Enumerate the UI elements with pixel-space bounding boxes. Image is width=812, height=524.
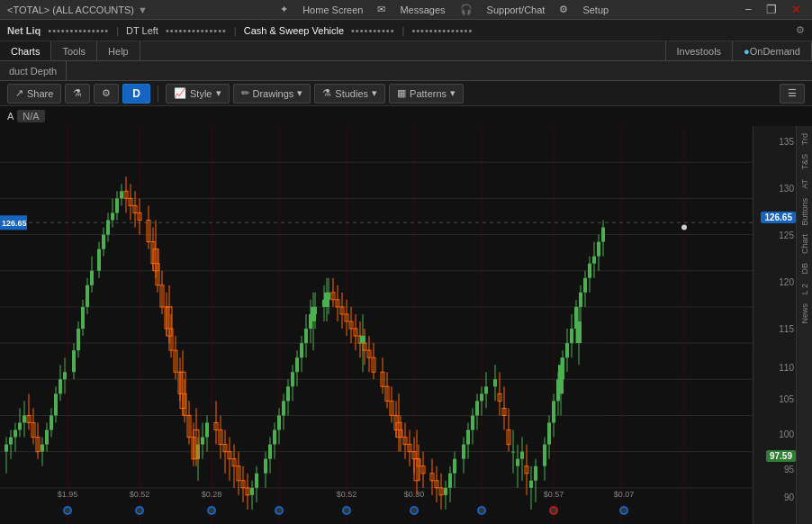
price-current: 126.65 [761,212,796,223]
title-bar-center: ✦ Home Screen ✉ Messages 🎧 Support/Chat … [280,4,609,15]
gear2-icon: ⚙ [102,87,111,99]
pencil-icon: ✏ [241,87,249,99]
home-icon: ✦ [280,4,288,15]
price-135: 135 [779,138,794,147]
gear-icon: ⚙ [559,4,568,15]
messages-icon: ✉ [377,4,385,15]
menu-button[interactable]: ☰ [780,84,805,104]
sub-tab-left: duct Depth [0,61,67,80]
tab-ondemand[interactable]: ● OnDemand [733,41,812,60]
restore-button[interactable]: ❐ [762,4,780,15]
title-bar-left: <TOTAL> (ALL ACCOUNTS) ▼ [7,5,148,15]
price-100: 100 [779,430,794,439]
style-button[interactable]: 📈 Style ▾ [166,84,229,104]
price-115: 115 [779,325,794,334]
price-95: 95 [784,465,794,474]
chevron-down-3-icon: ▾ [372,87,377,99]
sub-tab-bar: duct Depth [0,61,812,81]
price-120: 120 [779,278,794,287]
patterns-icon: ▦ [397,87,406,99]
cash-sweep-label[interactable]: Cash & Sweep Vehicle [244,25,344,36]
share-icon: ↗ [15,87,23,99]
settings-chart-button[interactable]: ⚙ [94,84,119,104]
share-button[interactable]: ↗ Share [7,84,61,104]
setup-label[interactable]: Setup [582,5,609,15]
sidebar-trd[interactable]: Trd [800,130,809,149]
window-controls: − ❐ ✕ [741,4,805,15]
price-110: 110 [779,364,794,373]
account-bar: Net Liq •••••••••••••• | DT Left •••••••… [0,20,812,41]
account-dots-3: •••••••••• [351,25,395,36]
tab-tools[interactable]: Tools [51,41,97,60]
sidebar-ts[interactable]: T&S [800,150,809,174]
symbol-label: A [7,111,14,122]
drawings-button[interactable]: ✏ Drawings ▾ [233,84,311,104]
chevron-down-2-icon: ▾ [297,87,302,99]
menu-tab-bar: Charts Tools Help Investools ● OnDemand [0,41,812,61]
support-chat-label[interactable]: Support/Chat [487,5,546,15]
chart-area[interactable] [0,126,753,524]
chevron-down-icon: ▾ [216,87,221,99]
account-dots-1: •••••••••••••• [48,25,109,36]
separator-1: | [116,25,119,36]
tab-investools[interactable]: Investools [665,41,734,60]
main-area: 135 130 126.65 125 120 115 110 105 100 9… [0,126,812,524]
headset-icon: 🎧 [460,4,473,15]
dropdown-arrow[interactable]: ▼ [138,5,148,15]
sidebar-l2[interactable]: L 2 [800,280,809,298]
chart-toolbar: ↗ Share ⚗ ⚙ D 📈 Style ▾ ✏ Drawings ▾ ⚗ S… [0,81,812,106]
price-125: 125 [779,231,794,240]
price-105: 105 [779,395,794,404]
tab-product-depth[interactable]: duct Depth [0,61,67,80]
sidebar-news[interactable]: News [800,300,809,328]
chevron-down-4-icon: ▾ [450,87,456,99]
tab-charts[interactable]: Charts [0,41,51,60]
title-bar: <TOTAL> (ALL ACCOUNTS) ▼ ✦ Home Screen ✉… [0,0,812,20]
period-button[interactable]: D [122,84,150,104]
settings-icon[interactable]: ⚙ [796,24,805,36]
home-screen-label[interactable]: Home Screen [302,5,363,15]
messages-label[interactable]: Messages [400,5,445,15]
tab-help[interactable]: Help [97,41,140,60]
price-last: 97.59 [766,450,796,462]
account-dots-4: •••••••••••••• [411,25,473,36]
account-dots-2: •••••••••••••• [166,25,227,36]
info-bar: A N/A [0,106,812,126]
value-badge: N/A [17,110,44,122]
beaker-button[interactable]: ⚗ [65,84,90,104]
price-scale: 135 130 126.65 125 120 115 110 105 100 9… [753,126,796,524]
studies-button[interactable]: ⚗ Studies ▾ [314,84,385,104]
minimize-button[interactable]: − [741,4,755,15]
separator-3: | [402,25,405,36]
patterns-button[interactable]: ▦ Patterns ▾ [389,84,464,104]
close-button[interactable]: ✕ [788,4,805,15]
app-title: <TOTAL> (ALL ACCOUNTS) [7,5,134,15]
beaker-icon: ⚗ [73,87,82,99]
sidebar-buttons[interactable]: Buttons [800,194,809,230]
dt-left-label[interactable]: DT Left [126,25,158,36]
sidebar-chart[interactable]: Chart [800,230,809,257]
separator-2: | [234,25,237,36]
style-icon: 📈 [174,87,186,99]
right-sidebar: Trd T&S AT Buttons Chart DB L 2 News [796,126,812,524]
sidebar-at[interactable]: AT [800,176,809,193]
price-90: 90 [784,493,794,502]
price-130: 130 [779,185,794,194]
flask-icon: ⚗ [322,87,331,99]
sidebar-db[interactable]: DB [800,259,809,278]
toolbar-separator-1 [158,86,158,102]
chart-canvas[interactable] [0,126,753,524]
account-title: Net Liq [7,25,41,36]
